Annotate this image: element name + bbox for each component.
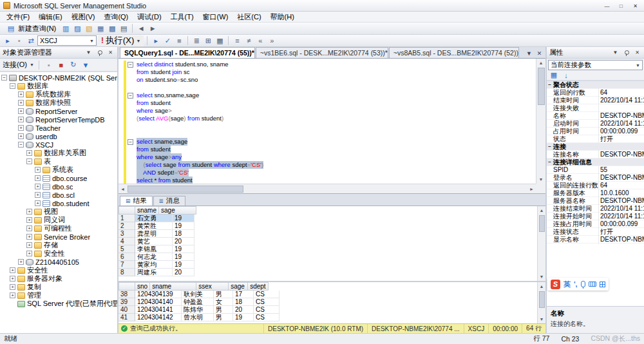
expand-toggle-icon[interactable]: + (35, 184, 41, 189)
tree-item-storage[interactable]: + 存储 (0, 241, 117, 249)
grid-cell[interactable]: 黄家均 (135, 261, 173, 269)
scroll-right-arrow-icon[interactable]: ► (527, 187, 536, 191)
row-number[interactable]: 41 (118, 314, 135, 321)
grid-cell[interactable]: 钟盈盈 (182, 298, 214, 306)
categorized-icon[interactable]: ▦ (549, 70, 559, 81)
results-to-grid-icon[interactable]: ⊞ (203, 35, 213, 46)
expand-toggle-icon[interactable]: + (26, 209, 32, 215)
code-line[interactable]: − select sno,sname,sage (126, 91, 535, 99)
tree-item-management[interactable]: + 管理 (0, 291, 117, 300)
tree-item-userdb[interactable]: + userdb (0, 132, 117, 140)
row-number[interactable]: 38 (118, 291, 135, 298)
chevron-down-icon[interactable]: ▼ (30, 62, 34, 67)
grid-vertical-scrollbar[interactable]: ▲ ▼ (537, 282, 545, 323)
tree-item-reportservertempdb[interactable]: + ReportServerTempDB (0, 115, 117, 124)
menu-item[interactable]: 视图(V) (67, 12, 100, 23)
editor-vertical-scrollbar[interactable]: ▲ ▼ (536, 59, 545, 184)
grid-cell[interactable]: 18 (173, 230, 194, 238)
expand-toggle-icon[interactable]: + (35, 192, 41, 198)
显示名称[interactable]: 显示名称 DESKTOP-NBME2IK (547, 236, 644, 244)
alphabetical-icon[interactable]: ↓ (561, 70, 571, 81)
expand-toggle-icon[interactable]: + (18, 133, 24, 139)
expand-toggle-icon[interactable]: + (10, 276, 15, 282)
uncomment-icon[interactable]: ≠ (243, 35, 254, 46)
close-document-icon[interactable]: ✕ (535, 48, 544, 58)
new-query-button[interactable]: ▤ 新建查询(N) (3, 23, 59, 34)
expand-toggle-icon[interactable]: + (18, 125, 24, 131)
grid-vertical-scrollbar[interactable]: ▲ ▼ (537, 206, 545, 281)
row-number[interactable]: 6 (118, 253, 135, 261)
disconnect-icon[interactable]: ▪ (44, 60, 54, 70)
code-line[interactable] (126, 122, 535, 130)
analysis-services-query-icon[interactable]: ▨ (72, 23, 82, 33)
grid-cell[interactable]: CS (254, 291, 279, 298)
scrollbar-thumb[interactable] (539, 291, 545, 308)
grid-cell[interactable]: 19 (173, 253, 194, 261)
tree-item-reportserver[interactable]: + ReportServer (0, 107, 117, 115)
tree-item-synonyms[interactable]: + 同义词 (0, 216, 117, 224)
grid-cell[interactable]: CS (254, 306, 279, 314)
row-number[interactable]: 5 (118, 245, 135, 253)
tree-item-dbo-scl[interactable]: + dbo.scl (0, 191, 117, 199)
grid-cell[interactable]: 20 (233, 306, 254, 314)
grid-cell[interactable]: CS (254, 298, 279, 306)
expand-toggle-icon[interactable]: − (1, 75, 7, 81)
code-line[interactable]: from student (126, 99, 535, 107)
fold-toggle-icon[interactable]: − (128, 62, 133, 68)
scroll-up-arrow-icon[interactable]: ▲ (539, 59, 544, 67)
expand-toggle-icon[interactable]: + (18, 108, 24, 114)
grid-cell[interactable]: 龚星明 (135, 230, 173, 238)
expand-toggle-icon[interactable]: + (10, 292, 15, 298)
tree-item-databases[interactable]: − 数据库 (0, 82, 117, 90)
grid-cell[interactable]: 19 (173, 222, 194, 230)
database-engine-query-icon[interactable]: ▥ (61, 23, 71, 33)
tree-item-xscj[interactable]: − XSCJ (0, 140, 117, 149)
results-to-file-icon[interactable]: ▦ (214, 35, 225, 46)
column-header[interactable]: sage (229, 282, 248, 291)
code-line[interactable]: from student join sc (126, 68, 535, 76)
scroll-left-arrow-icon[interactable]: ◄ (118, 187, 127, 191)
tab-vs1be6[interactable]: ~vs1BE6.sql - DESK...ME2IK\20774 (53))* (256, 47, 388, 58)
code-line[interactable]: (select AVG(sage) from student) (126, 115, 535, 122)
column-header[interactable]: sname (135, 206, 159, 215)
grid-cell[interactable]: 19 (233, 314, 254, 321)
expand-toggle-icon[interactable]: + (18, 91, 24, 97)
row-number[interactable]: 7 (118, 261, 135, 269)
chevron-down-icon[interactable]: ▼ (84, 49, 93, 57)
expand-toggle-icon[interactable]: + (26, 242, 32, 248)
grid-cell[interactable]: 黄艺 (135, 238, 173, 245)
expand-toggle-icon[interactable]: + (26, 217, 32, 223)
menu-item[interactable]: 查询(Q) (99, 12, 133, 23)
code-line[interactable]: where sage> (126, 107, 535, 115)
tree-item-sql-server-agent[interactable]: SQL Server 代理(已禁用代理 XP) (0, 300, 117, 308)
code-line[interactable] (126, 130, 535, 138)
row-number[interactable]: 1 (118, 215, 135, 222)
tree-item-dbo-student[interactable]: + dbo.student (0, 199, 117, 207)
table-row[interactable]: 41 1204304142曾水明男19CS (118, 314, 545, 321)
column-header[interactable]: sdept (248, 282, 269, 291)
disconnect-icon[interactable]: ▪ (14, 35, 24, 46)
indent-icon[interactable]: » (267, 35, 277, 46)
expand-toggle-icon[interactable]: + (26, 234, 32, 240)
expand-toggle-icon[interactable]: + (10, 267, 15, 273)
tree-item-dbo-sc[interactable]: + dbo.sc (0, 182, 117, 191)
scrollbar-thumb[interactable] (538, 68, 545, 105)
grid-cell[interactable]: 男 (214, 306, 233, 314)
grid-cell[interactable]: 1204304139 (135, 291, 182, 298)
outdent-icon[interactable]: « (255, 35, 265, 46)
code-line[interactable]: where sage>any (126, 153, 535, 161)
code-line[interactable]: − select distinct student.sno, sname (126, 61, 535, 68)
code-area[interactable]: − select distinct student.sno, sname fro… (126, 61, 535, 184)
scroll-down-arrow-icon[interactable]: ▼ (540, 315, 544, 323)
grid-cell[interactable]: 19 (173, 261, 194, 269)
fold-toggle-icon[interactable]: − (128, 93, 133, 99)
table-row[interactable]: 8 周建乐20 (118, 269, 545, 276)
menu-item[interactable]: 窗口(W) (198, 12, 233, 23)
column-header[interactable]: sno (135, 282, 150, 291)
expand-toggle-icon[interactable]: − (18, 142, 24, 148)
grid-cell[interactable]: 陈炜华 (182, 306, 214, 314)
tree-item-z2104405105[interactable]: + Z2104405105 (0, 258, 117, 266)
tab-sqlquery1[interactable]: SQLQuery1.sql - DE...ME2IK\20774 (55))* (120, 47, 255, 58)
expand-toggle-icon[interactable]: + (26, 251, 32, 256)
expand-toggle-icon[interactable]: + (26, 225, 32, 231)
